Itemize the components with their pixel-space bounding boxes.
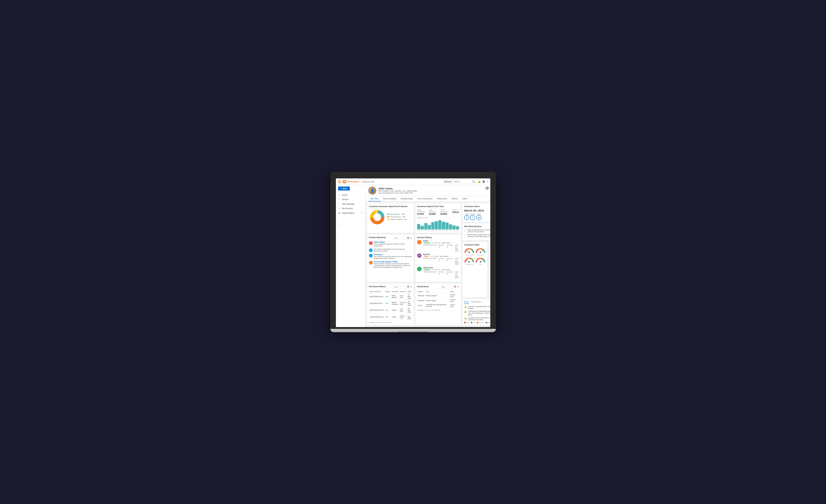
service-meta-2: SERREO0012459 Priority: U Severity: U Da… (423, 258, 459, 265)
app-container: Informatica Customer 360 Person ▾ 🔍 🔔 (336, 178, 490, 327)
product-mentions-controls: 📅 ⚙ (393, 237, 412, 240)
tab-360-view[interactable]: 360 View (368, 196, 381, 201)
col-text: Text (425, 290, 450, 293)
mention-icon-4: ⚠ (369, 261, 373, 265)
purchase-cell-order: AEQ2MPQ87510 (369, 300, 385, 307)
content-pane: 👤 John Jones 805 Pamplico Hwy, Florence,… (365, 185, 490, 327)
mention-body-1: Can you please email me the date of clai… (374, 243, 412, 247)
table-row: AEQ2MPQ87510PaidBroker Channel1,323.14 U… (369, 300, 412, 307)
purchase-cell-status: Paid (385, 293, 391, 300)
purchase-cell-amount: 798.00 USD (399, 314, 407, 320)
purchase-cell-date: 1 May 2021 (407, 314, 412, 320)
svg-point-2 (344, 181, 345, 182)
days-block: Days 16 (476, 213, 481, 220)
search-type[interactable]: Person ▾ (443, 180, 453, 183)
donut-container: Life Insurance - 25% Auto Insurance - 48… (369, 209, 412, 226)
chevron-down-icon: ▾ (451, 181, 452, 183)
alert-bell-2: 🔔 (464, 310, 467, 313)
notifications-tab[interactable]: Notifications (471, 301, 481, 304)
alerts-tab[interactable]: Alerts (464, 301, 469, 304)
bar-dec (456, 226, 459, 230)
tab-relationships[interactable]: Relationships (399, 196, 415, 201)
sidebar-item-home[interactable]: ⌂ Home (336, 193, 365, 197)
sidebar-item-task-manager[interactable]: ✓ Task Manager (336, 201, 365, 206)
sidebar-item-my-records[interactable]: □ My Records (336, 206, 365, 210)
purchase-settings-icon[interactable]: ⚙ (410, 286, 412, 289)
purchase-calendar-icon[interactable]: 📅 (407, 286, 409, 289)
purchase-history-search[interactable] (393, 286, 406, 289)
calendar-icon[interactable]: 📅 (407, 237, 409, 239)
spend-over-time-title: Insurance Spend Over Time (417, 205, 459, 207)
notification-icon[interactable]: 🔔 (478, 180, 481, 183)
svg-point-12 (469, 261, 470, 263)
interactions-settings-icon[interactable]: ⚙ (457, 286, 459, 289)
service-item-3: A Adjustments Closed on Unknown John Jon… (417, 267, 459, 278)
purchase-history-header: Purchase History 📅 ⚙ (369, 286, 412, 289)
purchase-cell-order: AEPPEWPQ87510 (369, 314, 385, 320)
spend-year-label: Spend in 2021 (417, 217, 459, 218)
bar-jan (417, 224, 420, 230)
interactions-table: Media Text Date WebchatPricing enquiry23… (417, 290, 459, 308)
spend-over-time-card: Insurance Spend Over Time Total Purchase… (415, 203, 461, 233)
churn-risk-block: Churn Risk (464, 247, 474, 256)
mention-icon-1: ✉ (369, 241, 373, 245)
interactions-header: Interactions 📅 ⚙ (417, 286, 459, 289)
col-status: Status (385, 290, 391, 293)
service-history-title: Service History (417, 236, 459, 239)
purchase-cell-amount: 1,323.14 USD (399, 300, 407, 307)
close-button[interactable]: ✕ (485, 187, 489, 190)
tab-hierarchies[interactable]: Hierarchies (434, 196, 449, 201)
search-button[interactable]: 🔍 (471, 180, 476, 184)
tabs-bar: 360 View Record Details Relationships Cr… (365, 196, 490, 201)
purchase-cell-channel: Bank Branch (391, 293, 399, 300)
churn-risk-gauge (464, 247, 474, 254)
legend-bap: BAP (486, 322, 490, 323)
interactions-calendar-icon[interactable]: 📅 (454, 286, 457, 289)
interactions-search[interactable] (440, 286, 453, 289)
table-row: AEPPEWPQ87510PaidOnline798.00 USD1 May 2… (369, 314, 412, 320)
new-button[interactable]: New (338, 187, 350, 191)
right-column: Customer Since March 25, 2015 Years 6 (462, 203, 490, 325)
tab-cross-reference[interactable]: Cross Reference (415, 196, 435, 201)
others-total: Others $1812 (453, 209, 459, 215)
settings-icon[interactable]: ⚙ (410, 237, 412, 239)
service-history-card: Service History O Orders Closed on Unkno… (415, 235, 461, 282)
sidebar-item-search[interactable]: ○ Search (336, 197, 365, 201)
app-grid-icon[interactable] (338, 180, 341, 183)
spend-totals: Total Purchases $7250 Auto Insurance $34… (417, 209, 459, 215)
insurance-spend-card: Customer Insurance Spend by Products (367, 203, 414, 233)
tab-tasks[interactable]: Tasks (460, 196, 470, 201)
alert-legend: High Low Medium (464, 322, 490, 323)
customer-name: John Jones (378, 187, 417, 190)
bar-label-jun: Jun (435, 230, 438, 231)
interaction-cell-text: Pricing enquiry (425, 293, 450, 298)
help-icon[interactable]: ? (487, 180, 488, 183)
segmentation-settings-icon[interactable]: ⚙ (361, 212, 363, 214)
mention-icon-2: 🐦 (369, 248, 373, 252)
svg-point-14 (480, 261, 481, 263)
bar-jul (438, 220, 441, 230)
tab-history[interactable]: History (449, 196, 460, 201)
interaction-cell-date: 23 Mar 2021 (450, 293, 459, 298)
collapse-sidebar-button[interactable]: « (338, 224, 339, 227)
purchase-table: Order Number Status Channel Amount Date (369, 290, 412, 320)
user-icon[interactable]: 👤 (482, 180, 485, 183)
tab-record-details[interactable]: Record Details (381, 196, 399, 201)
purchase-history-card: Purchase History 📅 ⚙ (367, 284, 414, 325)
sidebar-item-segmentation[interactable]: ◈ Segmentation ⚙ (336, 210, 365, 215)
search-input[interactable] (453, 180, 471, 183)
customer-address: 805 Pamplico Hwy, Florence, SC, United S… (378, 190, 417, 192)
bar-label-nov: Nov (453, 230, 456, 231)
bar-label-feb: Feb (421, 230, 424, 231)
svg-point-10 (480, 252, 481, 253)
since-values-row: Years 6 Months 7 Days (464, 213, 490, 220)
nba-check-2: ✓ (464, 234, 466, 237)
mention-content-3: Premiums Can someone share the add-ons f… (374, 254, 412, 259)
interaction-cell-date: 31 Mar 2021 (450, 298, 459, 303)
screen: Informatica Customer 360 Person ▾ 🔍 🔔 (336, 178, 490, 327)
nba-text-2: Recommend usage-based insurance as the u… (467, 234, 490, 237)
table-row: BEAPEWPQ87411PaidBank Branch0.00 USD23 M… (369, 293, 412, 300)
purchase-cell-date: 23 Mar 2021 (407, 293, 412, 300)
mention-body-2: Has anyone seen deals on home and auto i… (374, 248, 412, 252)
product-mentions-search[interactable] (393, 237, 406, 240)
